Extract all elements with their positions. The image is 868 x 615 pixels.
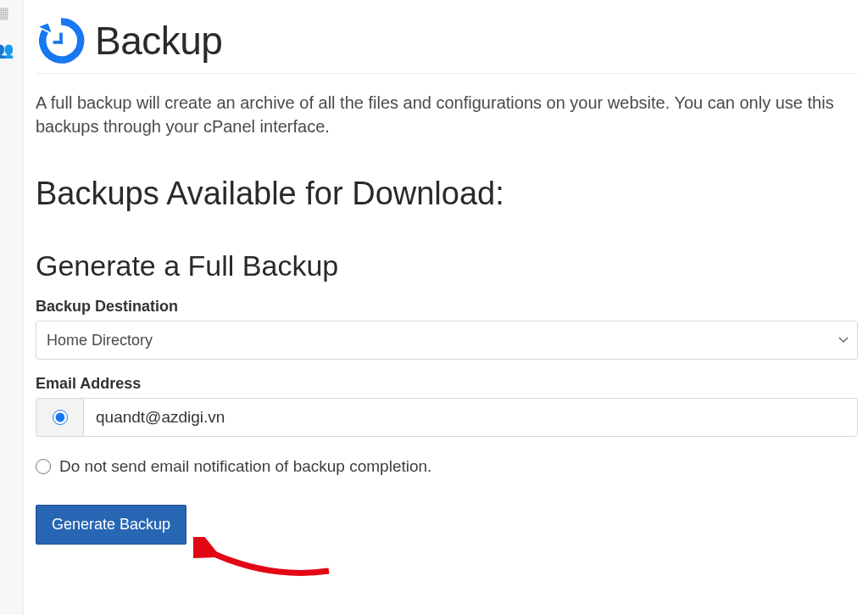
main-content: Backup A full backup will create an arch…: [24, 0, 868, 615]
backup-destination-select[interactable]: Home Directory: [36, 321, 858, 360]
generate-backup-button[interactable]: Generate Backup: [36, 505, 186, 545]
annotation-arrow-icon: [193, 537, 337, 584]
grid-icon[interactable]: ▦: [0, 5, 9, 20]
page-title-row: Backup: [36, 0, 858, 74]
users-icon[interactable]: 👥: [0, 42, 14, 58]
backups-available-heading: Backups Available for Download:: [36, 176, 858, 212]
page-title: Backup: [95, 18, 222, 64]
backup-destination-label: Backup Destination: [36, 298, 858, 316]
backup-clock-icon: [36, 15, 86, 66]
generate-full-backup-heading: Generate a Full Backup: [36, 249, 858, 282]
no-email-label[interactable]: Do not send email notification of backup…: [59, 457, 431, 476]
email-input-group: [36, 398, 858, 437]
svg-rect-1: [53, 41, 63, 44]
email-address-label: Email Address: [36, 375, 858, 393]
email-input[interactable]: [83, 398, 858, 437]
email-notify-radio[interactable]: [53, 410, 68, 425]
no-email-radio[interactable]: [36, 459, 51, 474]
left-nav-rail: ▦ 👥: [0, 0, 24, 615]
page-description: A full backup will create an archive of …: [36, 91, 858, 138]
no-email-option[interactable]: Do not send email notification of backup…: [36, 457, 858, 476]
email-notify-radio-cell[interactable]: [36, 398, 83, 437]
